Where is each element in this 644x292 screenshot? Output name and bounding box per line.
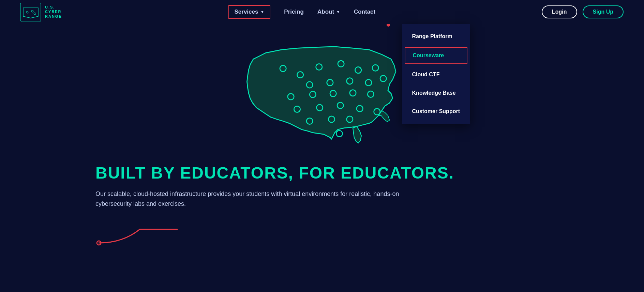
svg-point-1 <box>26 11 28 13</box>
svg-point-2 <box>31 10 33 12</box>
dropdown-item-customer-support[interactable]: Customer Support <box>402 102 470 121</box>
chevron-down-icon: ▼ <box>336 10 340 14</box>
nav-services[interactable]: Services ▼ <box>228 5 271 19</box>
dropdown-item-cloud-ctf[interactable]: Cloud CTF <box>402 65 470 84</box>
dropdown-item-courseware[interactable]: Courseware <box>405 47 467 64</box>
nav-contact[interactable]: Contact <box>354 9 375 15</box>
header: U.S. CYBER RANGE Services ▼ Pricing Abou… <box>0 0 644 24</box>
svg-point-3 <box>34 13 36 15</box>
dropdown-content: Range Platform Courseware Cloud CTF Know… <box>402 24 470 124</box>
hero-title: BUILT BY EDUCATORS, FOR EDUCATORS. <box>95 164 549 182</box>
signup-button[interactable]: Sign Up <box>583 5 624 18</box>
hero-subtitle: Our scalable, cloud-hosted infrastructur… <box>95 189 402 209</box>
svg-point-28 <box>336 130 342 137</box>
decorative-curve <box>95 226 181 246</box>
logo-text: U.S. CYBER RANGE <box>45 5 62 19</box>
nav-buttons: Login Sign Up <box>542 5 624 18</box>
decorative-line-container <box>0 219 644 248</box>
dropdown-item-range-platform[interactable]: Range Platform <box>402 27 470 46</box>
logo[interactable]: U.S. CYBER RANGE <box>20 3 62 21</box>
main-nav: Services ▼ Pricing About ▼ Contact <box>228 5 376 19</box>
login-button[interactable]: Login <box>542 5 577 18</box>
nav-about[interactable]: About ▼ <box>317 9 340 15</box>
hero-section: BUILT BY EDUCATORS, FOR EDUCATORS. Our s… <box>0 150 644 219</box>
logo-icon <box>20 3 41 21</box>
nav-pricing[interactable]: Pricing <box>284 9 304 15</box>
services-dropdown: Range Platform Courseware Cloud CTF Know… <box>0 24 644 124</box>
svg-rect-0 <box>20 3 41 21</box>
chevron-down-icon: ▼ <box>260 10 264 14</box>
dropdown-item-knowledge-base[interactable]: Knowledge Base <box>402 84 470 102</box>
